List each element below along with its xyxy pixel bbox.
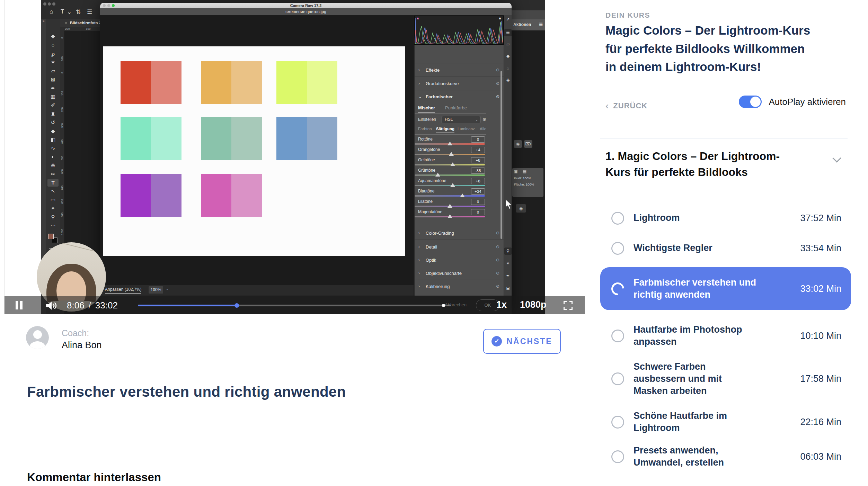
slider-thumb[interactable]: [435, 173, 440, 177]
quality-button[interactable]: 1080p: [520, 299, 547, 310]
window-button[interactable]: [112, 4, 115, 7]
smudge-tool-icon[interactable]: ∿: [46, 144, 60, 152]
highlight-clipping-icon[interactable]: ▲: [498, 16, 502, 20]
slider-thumb[interactable]: [448, 214, 452, 218]
heal-icon[interactable]: ◆: [504, 53, 512, 60]
path-select-tool-icon[interactable]: ↖: [46, 187, 60, 195]
slider-thumb[interactable]: [460, 194, 465, 197]
slider-track[interactable]: [415, 195, 485, 197]
section-objektivunschärfe[interactable]: ›Objektivunschärfe⊙: [415, 266, 504, 280]
zoom-icon[interactable]: ⚲: [504, 248, 512, 255]
slider-track[interactable]: [415, 185, 485, 186]
wand-tool-icon[interactable]: ✶: [46, 58, 60, 66]
lesson-item[interactable]: Schöne Hautfarbe im Lightroom22:16 Min: [600, 410, 851, 431]
type-tool-icon[interactable]: T: [61, 8, 64, 15]
slider-value-input[interactable]: -35: [471, 168, 485, 174]
history-brush-tool-icon[interactable]: ↺: [46, 119, 60, 126]
autoplay-toggle[interactable]: [739, 96, 762, 108]
tab-mischer[interactable]: Mischer: [418, 105, 435, 113]
window-button[interactable]: [107, 4, 110, 7]
eye-icon[interactable]: ⊙: [496, 244, 499, 249]
slider-value-input[interactable]: +4: [471, 147, 485, 153]
chevron-down-icon[interactable]: ⌄: [166, 287, 169, 291]
dock-expand-icon[interactable]: »: [43, 19, 45, 23]
zoom-level-value[interactable]: 100%: [149, 286, 163, 294]
next-lesson-button[interactable]: ✓ NÄCHSTE: [483, 329, 561, 354]
slider-thumb[interactable]: [449, 152, 454, 156]
section-optik[interactable]: ›Optik⊙: [415, 253, 504, 267]
stamp-tool-icon[interactable]: ♜: [46, 110, 60, 118]
slider-value-input[interactable]: 0: [471, 209, 485, 215]
healing-tool-icon[interactable]: ▦: [46, 93, 60, 101]
more-tools-icon[interactable]: ⋯: [46, 222, 60, 230]
panel-menu-icon[interactable]: ☰: [539, 19, 543, 30]
slider-value-input[interactable]: 0: [471, 136, 485, 143]
slider-track[interactable]: [415, 143, 485, 145]
document-tab[interactable]: ×Bildschirmfoto 2: [60, 19, 106, 27]
type-tool-icon[interactable]: T: [47, 179, 59, 187]
slider-track[interactable]: [415, 164, 485, 165]
eyedropper-icon[interactable]: ✒: [504, 272, 512, 280]
menu-icon[interactable]: ☰: [87, 8, 92, 16]
lesson-item[interactable]: Schwere Farben ausbessern und mit Masken…: [600, 361, 851, 392]
mode-tab-alle[interactable]: Alle: [480, 127, 486, 131]
section-color-grading[interactable]: ›Color-Grading⊙: [415, 226, 504, 240]
close-tab-icon[interactable]: ×: [65, 21, 67, 25]
slider-value-input[interactable]: +34: [471, 188, 485, 195]
chevron-down-icon[interactable]: ⌄: [67, 8, 72, 16]
gradient-tool-icon[interactable]: ◧: [46, 136, 60, 144]
crop-tool-icon[interactable]: ▱: [46, 67, 60, 75]
pen-tool-icon[interactable]: ✑: [46, 170, 60, 178]
mode-tab-farbton[interactable]: Farbton: [418, 127, 432, 131]
more-icon[interactable]: ✚: [504, 77, 512, 84]
slider-thumb[interactable]: [448, 142, 452, 145]
aktionen-panel-header[interactable]: Aktionen ☰: [512, 19, 545, 30]
progress-handle[interactable]: [234, 303, 239, 308]
slider-value-input[interactable]: +8: [471, 157, 485, 163]
hsl-select[interactable]: HSL⌄: [442, 116, 480, 123]
slider-track[interactable]: [415, 216, 485, 217]
volume-button[interactable]: [45, 300, 57, 311]
playback-speed-button[interactable]: 1x: [496, 299, 507, 310]
lesson-item[interactable]: Wichtigste Regler33:54 Min: [600, 238, 851, 259]
slider-thumb[interactable]: [448, 204, 452, 208]
slider-track[interactable]: [415, 154, 485, 155]
eye-icon[interactable]: ⊙: [496, 94, 499, 99]
move-tool-icon[interactable]: ✥: [46, 33, 60, 40]
section-gradationskurve[interactable]: › Gradationskurve ⊙: [415, 76, 504, 90]
eye-icon[interactable]: ⊙: [496, 271, 499, 276]
mode-tab-sättigung[interactable]: Sättigung: [436, 127, 454, 133]
dodge-tool-icon[interactable]: ◐: [46, 153, 60, 161]
lasso-tool-icon[interactable]: ℘: [46, 50, 60, 58]
text-orientation-icon[interactable]: ⇅: [76, 8, 81, 16]
window-button[interactable]: [103, 4, 106, 7]
crop-icon[interactable]: ▱: [504, 41, 512, 48]
marquee-tool-icon[interactable]: ◌: [46, 42, 60, 49]
eyedropper-tool-icon[interactable]: ✒: [46, 84, 60, 92]
pause-button[interactable]: [15, 301, 23, 309]
chapter-header[interactable]: 1. Magic Colors – Der Lightroom-Kurs für…: [605, 148, 848, 180]
slider-track[interactable]: [415, 206, 485, 207]
mask-icon[interactable]: ◌: [504, 65, 512, 72]
slider-thumb[interactable]: [450, 183, 455, 187]
target-add-icon[interactable]: ⊕: [482, 117, 486, 122]
mode-tab-luminanz[interactable]: Luminanz: [458, 127, 475, 131]
lesson-item[interactable]: Lightroom37:52 Min: [600, 208, 851, 228]
brush-tool-icon[interactable]: ✐: [46, 101, 60, 109]
home-icon[interactable]: ⌂: [50, 8, 53, 15]
video-player[interactable]: ⌂T⌄⇅☰ » ✥◌℘✶▱⊠✒▦✐♜↺◆◧∿◐❋✑T↖▭✴⚲⋯ ×Bildsch…: [4, 0, 585, 314]
eye-icon[interactable]: ⊙: [496, 284, 499, 289]
slice-tool-icon[interactable]: ⊠: [46, 76, 60, 83]
grid-icon[interactable]: ⊞: [504, 285, 512, 292]
eye-icon[interactable]: ⊙: [496, 81, 499, 86]
eye-icon[interactable]: ⊙: [496, 258, 499, 262]
snapshot-button[interactable]: ◉: [516, 204, 526, 213]
back-button[interactable]: ‹ZURÜCK: [605, 100, 647, 111]
eraser-tool-icon[interactable]: ◆: [46, 127, 60, 135]
trash-icon[interactable]: ⌦: [524, 140, 532, 148]
comment-section-label[interactable]: Kommentar hinterlassen: [27, 471, 161, 484]
eye-icon[interactable]: ⊙: [496, 231, 499, 235]
expand-icon[interactable]: ↗: [504, 16, 512, 23]
lesson-item[interactable]: Farbmischer verstehen und richtig anwend…: [600, 267, 851, 310]
slider-value-input[interactable]: 0: [471, 199, 485, 205]
